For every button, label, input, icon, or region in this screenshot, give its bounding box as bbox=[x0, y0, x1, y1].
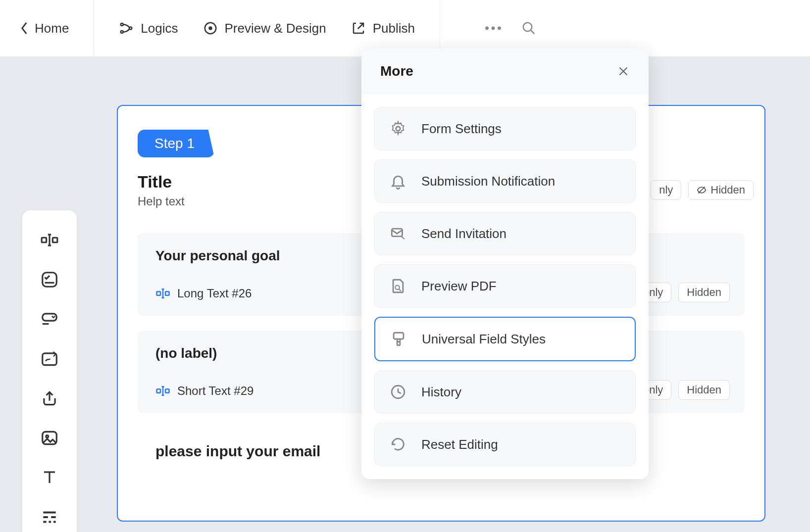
sidebar-text[interactable] bbox=[40, 468, 59, 487]
pdf-icon bbox=[390, 278, 406, 294]
step-badge[interactable]: Step 1 bbox=[138, 130, 214, 157]
short-text-icon bbox=[155, 384, 170, 398]
popup-item-label: Universal Field Styles bbox=[422, 332, 546, 347]
svg-rect-11 bbox=[52, 238, 57, 242]
popup-title: More bbox=[380, 63, 413, 79]
close-icon[interactable] bbox=[617, 65, 630, 78]
svg-point-0 bbox=[121, 23, 123, 26]
nav-preview-label: Preview & Design bbox=[225, 21, 326, 36]
svg-point-4 bbox=[208, 26, 212, 30]
nav-publish[interactable]: Publish bbox=[351, 21, 415, 36]
popup-preview-pdf[interactable]: Preview PDF bbox=[374, 264, 636, 308]
popup-history[interactable]: History bbox=[374, 370, 636, 414]
hidden-icon bbox=[697, 185, 707, 195]
nav-divider bbox=[440, 0, 440, 56]
svg-line-47 bbox=[399, 289, 401, 291]
popup-item-label: Send Invitation bbox=[421, 226, 506, 242]
pill-label: nly bbox=[659, 184, 673, 196]
svg-rect-37 bbox=[157, 389, 161, 393]
pill-label: Hidden bbox=[710, 184, 745, 196]
hidden-pill[interactable]: Hidden bbox=[688, 180, 754, 200]
popup-item-label: Preview PDF bbox=[421, 279, 497, 294]
popup-universal-field-styles[interactable]: Universal Field Styles bbox=[374, 317, 636, 361]
long-text-icon bbox=[155, 286, 170, 301]
home-label: Home bbox=[35, 21, 69, 36]
readonly-pill[interactable]: nly bbox=[651, 180, 681, 200]
popup-item-label: Reset Editing bbox=[421, 437, 498, 452]
svg-rect-15 bbox=[43, 273, 57, 287]
svg-line-9 bbox=[531, 30, 535, 34]
svg-point-1 bbox=[121, 31, 123, 33]
svg-rect-10 bbox=[42, 238, 47, 242]
svg-rect-33 bbox=[165, 291, 169, 295]
popup-body: Form Settings Submission Notification Se… bbox=[361, 94, 649, 479]
popup-submission-notification[interactable]: Submission Notification bbox=[374, 159, 636, 203]
sidebar-layout[interactable] bbox=[40, 507, 59, 527]
sidebar-image[interactable] bbox=[40, 428, 59, 448]
sidebar-checklist[interactable] bbox=[40, 270, 59, 290]
pill-label: Hidden bbox=[687, 384, 721, 396]
pill-label: Hidden bbox=[687, 286, 721, 299]
sidebar-upload[interactable] bbox=[40, 388, 59, 408]
svg-point-5 bbox=[485, 27, 489, 30]
popup-header: More bbox=[361, 48, 649, 94]
svg-rect-32 bbox=[157, 291, 161, 295]
canvas-pills: nly Hidden bbox=[651, 180, 754, 200]
publish-icon bbox=[351, 21, 366, 36]
svg-rect-45 bbox=[392, 229, 402, 237]
svg-rect-48 bbox=[394, 333, 404, 339]
svg-rect-49 bbox=[397, 342, 400, 345]
hidden-pill[interactable]: Hidden bbox=[678, 380, 730, 400]
sidebar-text-input[interactable] bbox=[40, 230, 59, 250]
popup-form-settings[interactable]: Form Settings bbox=[374, 107, 636, 150]
sidebar-signature[interactable] bbox=[40, 349, 59, 369]
nav-logics-label: Logics bbox=[141, 21, 178, 36]
sidebar-dropdown[interactable] bbox=[40, 309, 59, 329]
more-popup: More Form Settings Submission Notificati… bbox=[361, 48, 649, 479]
clock-icon bbox=[390, 384, 406, 400]
popup-item-label: Submission Notification bbox=[421, 174, 555, 189]
nav-preview[interactable]: Preview & Design bbox=[203, 21, 326, 36]
preview-icon bbox=[203, 21, 218, 36]
home-button[interactable]: Home bbox=[20, 0, 94, 56]
bell-icon bbox=[390, 173, 406, 190]
nav-publish-label: Publish bbox=[373, 21, 415, 36]
more-icon[interactable] bbox=[485, 26, 502, 31]
logics-icon bbox=[119, 21, 134, 36]
mail-edit-icon bbox=[390, 225, 406, 242]
svg-point-7 bbox=[498, 27, 501, 30]
popup-reset-editing[interactable]: Reset Editing bbox=[374, 423, 636, 466]
gear-icon bbox=[390, 120, 406, 137]
popup-item-label: History bbox=[421, 385, 461, 400]
svg-point-6 bbox=[492, 27, 495, 30]
left-sidebar bbox=[22, 210, 77, 532]
svg-point-8 bbox=[523, 23, 532, 32]
svg-point-44 bbox=[396, 127, 401, 131]
field-type-label: Short Text #29 bbox=[177, 384, 253, 398]
nav-icon-group bbox=[485, 21, 536, 36]
popup-item-label: Form Settings bbox=[421, 121, 502, 137]
chevron-left-icon bbox=[20, 21, 29, 35]
undo-icon bbox=[390, 436, 406, 453]
nav-logics[interactable]: Logics bbox=[119, 21, 178, 36]
field-type-label: Long Text #26 bbox=[177, 287, 252, 300]
search-icon[interactable] bbox=[521, 21, 536, 36]
svg-rect-38 bbox=[165, 389, 169, 393]
svg-point-22 bbox=[46, 435, 49, 437]
popup-send-invitation[interactable]: Send Invitation bbox=[374, 212, 636, 255]
paintbrush-icon bbox=[390, 331, 407, 347]
hidden-pill[interactable]: Hidden bbox=[678, 283, 730, 302]
